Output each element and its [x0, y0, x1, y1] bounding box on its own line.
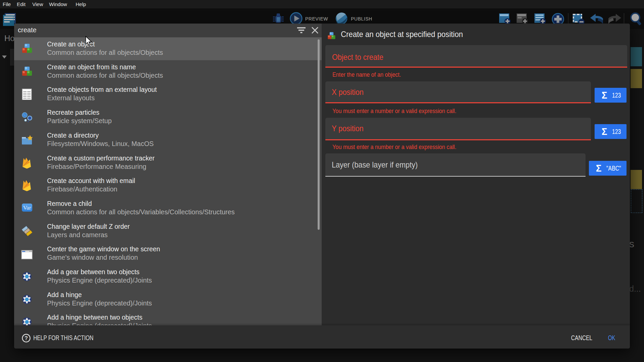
svg-text:Var: Var	[23, 205, 31, 211]
svg-text:?: ?	[25, 335, 28, 341]
